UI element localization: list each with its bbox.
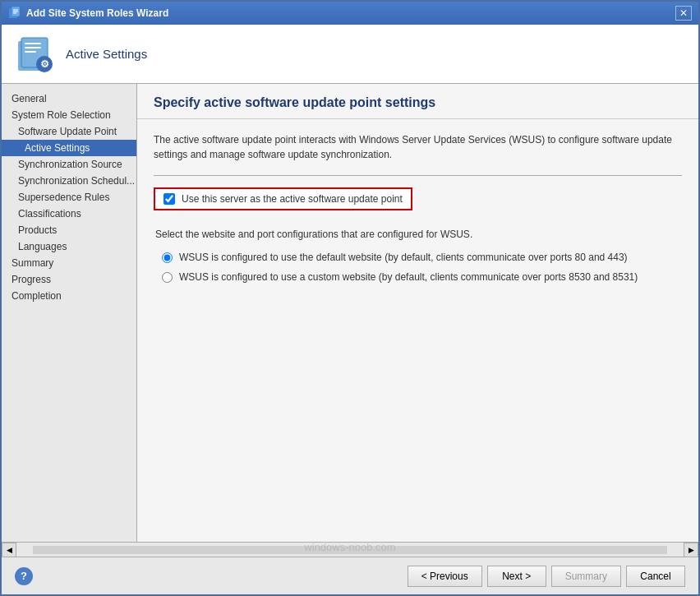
sidebar-item-summary[interactable]: Summary [2,255,136,271]
sidebar-item-classifications[interactable]: Classifications [2,206,136,222]
sidebar-item-general[interactable]: General [2,90,136,107]
previous-button[interactable]: < Previous [408,566,482,587]
active-server-checkbox-section: Use this server as the active software u… [154,187,412,210]
select-text: Select the website and port configuratio… [155,229,682,240]
header-section: ⚙ Active Settings [2,25,698,84]
close-button[interactable]: ✕ [675,6,692,21]
next-button[interactable]: Next > [487,566,546,587]
sidebar-item-languages[interactable]: Languages [2,238,136,255]
scroll-left-arrow[interactable]: ◀ [2,543,16,557]
sidebar-item-synchronization-schedule[interactable]: Synchronization Schedul... [2,173,136,189]
svg-text:⚙: ⚙ [40,58,49,70]
sidebar-item-system-role-selection[interactable]: System Role Selection [2,107,136,123]
use-server-checkbox[interactable] [163,193,175,205]
header-icon-svg: ⚙ [15,35,54,74]
svg-rect-9 [25,51,36,53]
use-server-label: Use this server as the active software u… [182,193,403,205]
sidebar-item-completion[interactable]: Completion [2,288,136,304]
radio-option-custom: WSUS is configured to use a custom websi… [162,271,682,283]
description-text: The active software update point interac… [154,132,682,162]
radio-custom-website[interactable] [162,272,173,283]
sidebar-item-active-settings[interactable]: Active Settings [2,140,136,156]
radio-default-label: WSUS is configured to use the default we… [179,252,628,263]
bottom-scrollbar[interactable]: ◀ ▶ [2,542,698,557]
content-title: Specify active software update point set… [154,95,682,110]
main-content: General System Role Selection Software U… [2,84,698,542]
summary-button[interactable]: Summary [551,566,621,587]
content-body: The active software update point interac… [137,119,698,542]
footer-left: ? [15,567,33,585]
footer: ? < Previous Next > Summary Cancel [2,557,698,594]
cancel-button[interactable]: Cancel [626,566,685,587]
header-title: Active Settings [66,47,147,61]
wizard-icon [8,7,21,20]
content-header: Specify active software update point set… [137,84,698,119]
divider [154,175,682,176]
scroll-track[interactable] [33,546,667,554]
radio-option-default: WSUS is configured to use the default we… [162,252,682,263]
sidebar-item-software-update-point[interactable]: Software Update Point [2,123,136,140]
title-bar-left: Add Site System Roles Wizard [8,7,168,20]
main-window: Add Site System Roles Wizard ✕ ⚙ Active … [0,0,700,596]
scroll-right-arrow[interactable]: ▶ [684,543,698,557]
help-button[interactable]: ? [15,567,33,585]
content-area: Specify active software update point set… [137,84,698,542]
svg-rect-7 [25,43,41,44]
sidebar-item-supersedence-rules[interactable]: Supersedence Rules [2,189,136,206]
header-icon: ⚙ [15,35,54,74]
title-bar: Add Site System Roles Wizard ✕ [2,2,698,25]
radio-custom-label: WSUS is configured to use a custom websi… [179,271,638,283]
sidebar-item-progress[interactable]: Progress [2,271,136,288]
sidebar: General System Role Selection Software U… [2,84,137,542]
sidebar-item-products[interactable]: Products [2,222,136,238]
svg-rect-8 [25,47,41,49]
title-bar-text: Add Site System Roles Wizard [26,7,168,19]
radio-default-website[interactable] [162,252,173,263]
sidebar-item-synchronization-source[interactable]: Synchronization Source [2,156,136,173]
